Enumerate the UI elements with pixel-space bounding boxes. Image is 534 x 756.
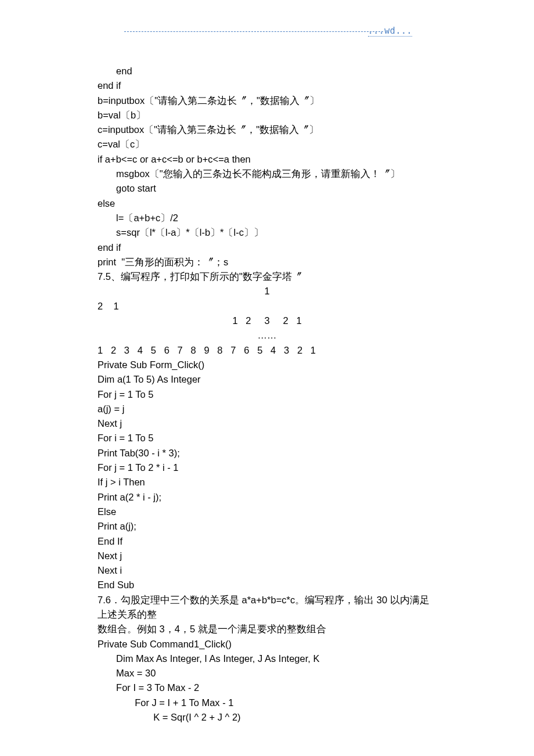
code-line: c=inputbox〔"请输入第三条边长〞，"数据输入〞〕	[98, 123, 436, 137]
code-line: a(j) = j	[98, 402, 436, 416]
code-line: For J = I + 1 To Max - 1	[98, 696, 436, 710]
code-line: 1	[98, 284, 436, 298]
code-line: Print a(j);	[98, 519, 436, 534]
code-line: if a+b<=c or a+c<=b or b+c<=a then	[98, 152, 436, 167]
code-line: c=val〔c〕	[98, 137, 436, 152]
code-line: For i = 1 To 5	[98, 431, 436, 445]
code-line: print "三角形的面积为：〞；s	[98, 255, 436, 269]
code-line: end if	[98, 240, 436, 255]
code-line: Dim a(1 To 5) As Integer	[98, 372, 436, 387]
code-line: Max = 30	[98, 666, 436, 681]
code-line: b=val〔b〕	[98, 108, 436, 123]
code-line: s=sqr〔l*〔l-a〕*〔l-b〕*〔l-c〕〕	[98, 225, 436, 240]
code-line: For I = 3 To Max - 2	[98, 681, 436, 695]
code-line: End Sub	[98, 578, 436, 592]
code-line: 2 1	[98, 299, 436, 314]
header-wd-text: ...wd...	[368, 26, 412, 36]
code-line: 7.5、编写程序，打印如下所示的"数字金字塔〞	[98, 269, 436, 284]
code-line: 数组合。例如 3，4，5 就是一个满足要求的整数组合	[98, 622, 436, 636]
code-line: Next i	[98, 563, 436, 578]
code-line: Private Sub Command1_Click()	[98, 637, 436, 651]
code-line: K = Sqr(I ^ 2 + J ^ 2)	[98, 710, 436, 725]
code-line: else	[98, 196, 436, 211]
code-line: Next j	[98, 549, 436, 563]
code-line: goto start	[98, 181, 436, 196]
code-line: Print Tab(30 - i * 3);	[98, 446, 436, 460]
page-header: ...wd...	[124, 28, 412, 37]
code-line: end if	[98, 78, 436, 93]
code-line: For j = 1 To 2 * i - 1	[98, 460, 436, 475]
code-line: If j > i Then	[98, 475, 436, 489]
code-line: 1 2 3 2 1	[98, 314, 436, 328]
code-line: Next j	[98, 416, 436, 431]
code-line: end	[98, 64, 436, 78]
header-dash-line	[124, 31, 383, 32]
code-line: Else	[98, 505, 436, 519]
code-line: ……	[98, 328, 436, 343]
code-line: l=〔a+b+c〕/2	[98, 211, 436, 225]
code-line: 7.6．勾股定理中三个数的关系是 a*a+b*b=c*c。编写程序，输出 30 …	[98, 593, 436, 622]
code-line: 1 2 3 4 5 6 7 8 9 8 7 6 5 4 3 2 1	[98, 343, 436, 358]
code-line: Private Sub Form_Click()	[98, 358, 436, 372]
code-line: End If	[98, 534, 436, 549]
document-body: endend ifb=inputbox〔"请输入第二条边长〞，"数据输入〞〕b=…	[98, 64, 436, 725]
code-line: Dim Max As Integer, I As Integer, J As I…	[98, 651, 436, 666]
code-line: For j = 1 To 5	[98, 387, 436, 402]
code-line: msgbox〔"您输入的三条边长不能构成三角形，请重新输入！〞〕	[98, 167, 436, 181]
code-line: b=inputbox〔"请输入第二条边长〞，"数据输入〞〕	[98, 93, 436, 108]
code-line: Print a(2 * i - j);	[98, 490, 436, 505]
